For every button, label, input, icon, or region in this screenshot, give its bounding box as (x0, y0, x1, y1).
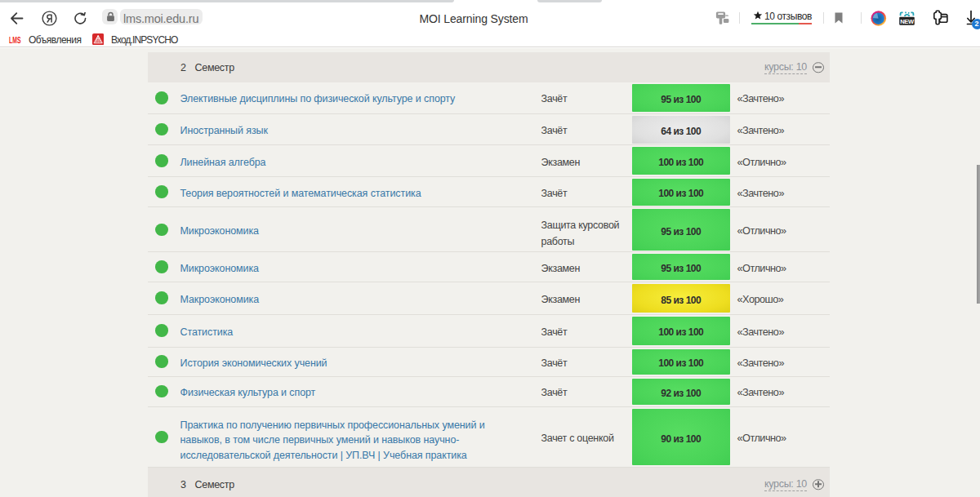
svg-text:NEW: NEW (900, 18, 915, 25)
